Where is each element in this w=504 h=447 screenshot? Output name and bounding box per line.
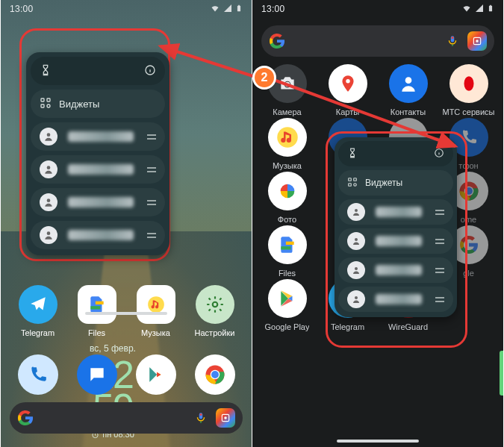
nav-indicator[interactable] (337, 440, 419, 443)
app-label: МТС сервисы (442, 107, 494, 116)
drag-handle-icon[interactable] (147, 233, 156, 238)
yandex-music-icon (276, 126, 299, 149)
avatar-icon (347, 290, 365, 308)
svg-point-29 (465, 187, 473, 195)
home-dock (1, 354, 252, 395)
drag-handle-icon[interactable] (435, 268, 444, 273)
app-telegram[interactable]: Telegram (12, 285, 64, 337)
contact-name-blurred (376, 294, 422, 304)
chrome-icon (458, 180, 480, 202)
popup-contact-4[interactable] (31, 221, 165, 249)
google-g-icon (17, 410, 34, 426)
hourglass-icon[interactable] (40, 64, 52, 78)
dock-play[interactable] (136, 354, 176, 395)
app-music[interactable]: Музыка (130, 285, 182, 337)
drag-handle-icon[interactable] (435, 239, 444, 244)
app-label: Камера (273, 107, 301, 116)
app-label: gle (463, 269, 474, 278)
info-icon[interactable] (434, 148, 444, 160)
svg-rect-33 (349, 183, 352, 186)
contact-name-blurred (68, 131, 134, 142)
contact-name-blurred (376, 207, 422, 217)
signal-icon (475, 4, 484, 15)
nav-indicator[interactable] (85, 312, 167, 315)
lens-icon[interactable] (216, 408, 235, 428)
widgets-button[interactable]: Виджеты (31, 90, 165, 118)
drag-handle-icon[interactable] (147, 134, 156, 140)
app-label: Настройки (195, 328, 235, 337)
longpress-popup-right: Виджеты (335, 137, 457, 317)
avatar-icon (347, 232, 365, 250)
app-label: Google Play (265, 322, 310, 331)
app-files-drawer[interactable]: Files (258, 225, 317, 278)
svg-point-6 (47, 166, 51, 169)
svg-point-37 (355, 267, 358, 270)
svg-point-17 (224, 416, 227, 419)
popup-contact-1[interactable] (338, 199, 453, 225)
popup-contact-2[interactable] (338, 228, 453, 254)
app-settings[interactable]: Настройки (189, 285, 241, 337)
phone-icon (460, 128, 478, 146)
drag-handle-icon[interactable] (435, 210, 444, 215)
svg-point-34 (354, 183, 357, 186)
play-store-icon (146, 365, 166, 384)
popup-contact-2[interactable] (31, 155, 165, 184)
camera-icon (278, 74, 297, 93)
google-search-bar[interactable] (10, 402, 243, 434)
app-music-drawer[interactable]: Музыка (258, 118, 317, 170)
app-mts[interactable]: МТС сервисы (440, 64, 498, 116)
contact-name-blurred (68, 230, 134, 240)
svg-point-5 (47, 133, 51, 137)
drag-handle-icon[interactable] (147, 200, 156, 205)
popup-contact-3[interactable] (31, 188, 165, 216)
popup-contact-3[interactable] (338, 257, 453, 283)
mic-icon[interactable] (193, 410, 208, 425)
avatar-icon (40, 226, 57, 244)
drag-handle-icon[interactable] (435, 297, 444, 302)
yandex-music-icon (146, 295, 166, 314)
popup-contact-4[interactable] (338, 287, 453, 312)
svg-rect-3 (41, 104, 44, 107)
message-icon (87, 365, 107, 384)
app-label: ome (461, 215, 476, 224)
lens-icon[interactable] (467, 31, 487, 51)
svg-rect-31 (349, 178, 352, 181)
popup-contact-1[interactable] (31, 122, 165, 151)
app-label: Files (88, 328, 105, 337)
drag-handle-icon[interactable] (147, 167, 156, 172)
contacts-icon (399, 74, 418, 93)
app-drawer-search[interactable] (261, 25, 494, 57)
wifi-icon (461, 4, 472, 15)
widgets-icon (347, 177, 358, 190)
dock-messages[interactable] (77, 354, 117, 395)
status-icons (210, 3, 243, 16)
svg-point-38 (355, 296, 358, 299)
app-photos[interactable]: Фото (258, 172, 317, 224)
contact-name-blurred (68, 197, 134, 207)
battery-icon (235, 3, 243, 16)
app-google-play[interactable]: Google Play (258, 279, 317, 331)
app-contacts[interactable]: Контакты (379, 64, 438, 116)
annotation-step-badge: 2 (252, 66, 276, 90)
widgets-button[interactable]: Виджеты (338, 170, 453, 196)
app-label: Files (279, 269, 296, 278)
chrome-icon (204, 363, 226, 386)
mts-icon (459, 74, 479, 93)
dock-chrome[interactable] (195, 354, 235, 395)
status-icons (461, 3, 494, 16)
status-time: 13:00 (10, 4, 34, 14)
svg-point-4 (47, 104, 50, 107)
svg-point-10 (148, 296, 164, 313)
app-files[interactable]: Files (71, 285, 123, 337)
app-maps[interactable]: Карты (319, 64, 377, 116)
popup-top-row (338, 141, 453, 166)
avatar-icon (40, 193, 57, 211)
files-icon (278, 235, 297, 254)
svg-point-15 (200, 413, 202, 416)
status-time: 13:00 (261, 4, 285, 14)
dock-phone[interactable] (18, 354, 58, 395)
mic-icon[interactable] (445, 34, 460, 49)
svg-point-35 (355, 209, 358, 212)
info-icon[interactable] (144, 64, 156, 78)
hourglass-icon[interactable] (347, 148, 358, 160)
